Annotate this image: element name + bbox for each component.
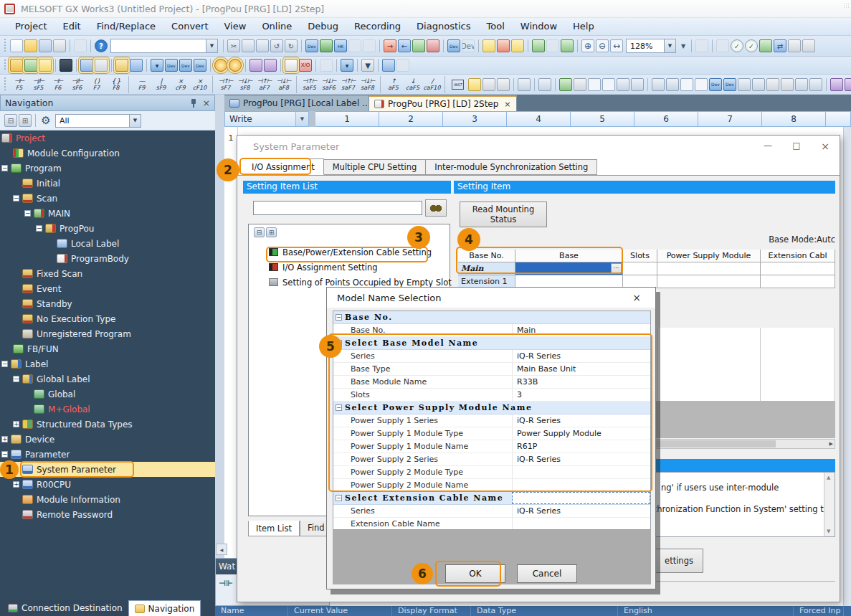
device-xy-button[interactable]: X/O xyxy=(299,59,312,72)
menu-item[interactable]: Edit xyxy=(54,18,88,35)
unit-chip-button[interactable] xyxy=(60,59,72,72)
ladder-symbol-button[interactable]: —F9 xyxy=(132,76,151,93)
model-grid-value[interactable]: R33B xyxy=(512,376,650,388)
nav-tree-item[interactable]: Unregistered Program xyxy=(0,326,215,341)
ladder-symbol-button[interactable]: ⊣/⊢sF5 xyxy=(29,76,48,93)
base-cell-selected[interactable]: ... xyxy=(515,262,623,275)
ladder-symbol-button[interactable]: |sF9 xyxy=(151,76,171,93)
convert-all-button[interactable]: ✓ xyxy=(745,39,758,52)
model-grid-value[interactable] xyxy=(512,518,650,530)
dialog-tab[interactable]: Multiple CPU Setting xyxy=(324,159,427,175)
nav-tree-item[interactable]: Standby xyxy=(0,296,215,311)
ladder-symbol-button[interactable]: ⊣↑⊢saF7 xyxy=(338,76,358,93)
comment-display-button[interactable]: ▼ xyxy=(341,59,353,72)
find-button[interactable] xyxy=(115,59,128,72)
tree-expander-icon[interactable]: − xyxy=(24,210,31,217)
cell-empty[interactable] xyxy=(761,262,835,275)
column-header[interactable]: 6 xyxy=(634,111,698,127)
stop-monitor-button[interactable] xyxy=(546,39,559,52)
cell-empty[interactable] xyxy=(657,262,761,275)
nav-tree-item[interactable]: Global xyxy=(0,387,215,402)
ladder-symbol-button[interactable]: ( )F7 xyxy=(87,76,106,93)
row-label-main[interactable]: Main xyxy=(458,262,515,275)
collapse-icon[interactable]: − xyxy=(336,314,342,321)
ladder-symbol-button[interactable]: ⊣↑⊢sF7 xyxy=(216,76,235,93)
panel-tab[interactable]: Connection Destination xyxy=(2,600,128,616)
menu-item[interactable]: Online xyxy=(254,18,300,35)
read-mounting-status-button[interactable]: Read Mounting Status xyxy=(460,202,547,227)
instruction-help-button[interactable]: ▼ xyxy=(361,59,374,72)
check-settings-button[interactable]: ettings xyxy=(655,549,703,573)
nav-tree-item[interactable]: + Structured Data Types xyxy=(0,417,215,432)
col-base[interactable]: Base xyxy=(515,250,623,262)
nav-tree-item[interactable]: + R00CPU xyxy=(0,477,215,492)
model-grid-row[interactable]: − Power Supply 2 Series iQ-R Series xyxy=(333,453,650,466)
chevron-down-icon[interactable]: ▼ xyxy=(206,39,217,52)
menu-item[interactable]: Help xyxy=(565,18,602,35)
save-project-button[interactable] xyxy=(39,39,52,52)
dialog-title-bar[interactable]: System Parameter — □ × xyxy=(237,136,840,157)
column-header[interactable]: 1 xyxy=(315,111,379,127)
cross-ref-window-button[interactable] xyxy=(795,78,808,91)
nav-tree-item[interactable]: Module Configuration xyxy=(0,146,215,161)
nav-tree-item[interactable]: Fixed Scan xyxy=(0,266,215,281)
document-tab[interactable]: ProgPou [PRG] [Local Label ... × xyxy=(224,95,369,111)
menu-item[interactable]: Diagnostics xyxy=(409,18,478,35)
mode-dropdown[interactable]: Write ▼ xyxy=(224,111,309,127)
instruction-dialog-button[interactable]: INST xyxy=(448,76,467,93)
insert-row-button[interactable] xyxy=(538,78,551,91)
close-icon[interactable]: × xyxy=(811,141,840,152)
col-slots[interactable]: Slots xyxy=(623,250,657,262)
ladder-symbol-button[interactable]: ⊣⊢F5 xyxy=(9,76,29,93)
menu-item[interactable]: Find/Replace xyxy=(89,18,163,35)
model-grid-row[interactable]: − Slots 3 xyxy=(333,389,650,402)
tree-expander-icon[interactable]: − xyxy=(36,225,42,232)
zoom-combobox[interactable]: 128%▼ xyxy=(626,39,676,53)
ladder-symbol-button[interactable]: ⊣↓⊢saF6 xyxy=(319,76,338,93)
col-power-supply[interactable]: Power Supply Module xyxy=(657,250,761,262)
fit-zoom-button[interactable]: ↔ xyxy=(610,39,623,52)
panel-tab[interactable]: Navigation xyxy=(128,600,201,616)
fb-edit-button[interactable] xyxy=(845,78,851,91)
dev-comment-button[interactable]: Dev xyxy=(447,39,460,52)
collapse-tree-icon[interactable]: ⊟ xyxy=(254,227,265,237)
tree-expander-icon[interactable]: − xyxy=(13,376,19,382)
model-grid-row[interactable]: − Power Supply 1 Series iQ-R Series xyxy=(333,414,650,427)
device-swap-button[interactable]: Dev xyxy=(179,59,192,72)
pin-icon[interactable] xyxy=(190,99,197,108)
open-project-button[interactable] xyxy=(24,39,37,52)
close-icon[interactable]: × xyxy=(203,98,210,108)
menu-item[interactable]: Window xyxy=(513,18,565,35)
column-header[interactable]: 2 xyxy=(379,111,443,127)
model-grid-row[interactable]: − Select Power Supply Module Name xyxy=(333,402,650,414)
chevron-down-icon[interactable]: ▼ xyxy=(129,115,141,127)
nav-tree-item[interactable]: Event xyxy=(0,281,215,296)
edit-note-button[interactable] xyxy=(482,78,495,91)
tree-expander-icon[interactable]: − xyxy=(1,361,8,367)
write-protect-button[interactable] xyxy=(320,59,333,72)
device-hkey-button[interactable]: HK xyxy=(334,39,347,52)
search-device-button[interactable] xyxy=(588,78,601,91)
menu-item[interactable]: Convert xyxy=(163,18,216,35)
ladder-symbol-button[interactable]: ⊣↓⊢sF8 xyxy=(235,76,255,93)
nav-tree-item[interactable]: FB/FUN xyxy=(0,341,215,356)
editor-vertical-scrollbar[interactable] xyxy=(843,127,851,616)
list-tab[interactable]: Item List xyxy=(248,521,300,536)
menu-item[interactable]: View xyxy=(217,18,255,35)
model-grid-row[interactable]: − Series iQ-R Series xyxy=(333,505,650,518)
jump-prev-button[interactable] xyxy=(617,78,629,91)
ladder-symbol-button[interactable]: ↓caF5 xyxy=(403,76,422,93)
watch-window-button[interactable] xyxy=(809,78,822,91)
col-extension-cable[interactable]: Extension Cabl xyxy=(761,250,835,262)
ladder-symbol-button[interactable]: ×cF9 xyxy=(171,76,190,93)
model-grid-value[interactable]: iQ-R Series xyxy=(512,350,650,362)
nav-tree-item[interactable]: − ProgPou xyxy=(0,221,215,236)
model-grid-row[interactable]: − Series iQ-R Series xyxy=(333,350,650,363)
setting-search-input[interactable] xyxy=(253,201,422,215)
navigation-window-button[interactable] xyxy=(10,59,23,72)
dev-replace-button[interactable]: Dev xyxy=(723,78,736,91)
device-tree-button[interactable]: Dev xyxy=(194,59,206,72)
ladder-symbol-button[interactable]: ⊣↑⊢saF5 xyxy=(300,76,319,93)
jump-next-button[interactable] xyxy=(631,78,644,91)
scroll-down-icon[interactable]: ▼ xyxy=(827,529,830,534)
